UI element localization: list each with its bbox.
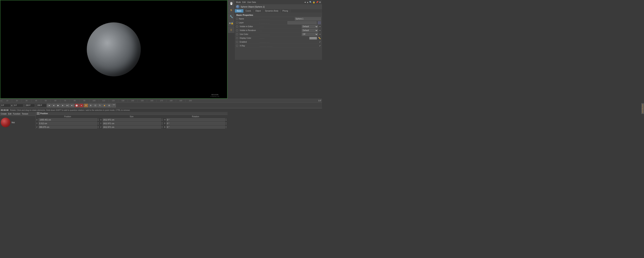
rot-b-dn[interactable]: ▼ xyxy=(226,127,227,128)
tl-mark-150: 150 xyxy=(137,100,147,102)
pos-y-up[interactable]: ▲ xyxy=(98,122,99,124)
display-color-dot[interactable] xyxy=(236,37,238,39)
visible-editor-dot[interactable] xyxy=(236,26,238,28)
play-btn[interactable]: ▶ xyxy=(56,104,60,108)
tl-mark-60: 60 xyxy=(50,100,60,102)
mode-menu[interactable]: Mode xyxy=(236,1,241,3)
pos-x-label: X xyxy=(36,119,38,121)
layer-input[interactable] xyxy=(288,21,317,24)
tab-phong[interactable]: Phong xyxy=(280,9,290,12)
use-color-select[interactable]: Off On Auto xyxy=(302,33,318,36)
pos-x-input[interactable] xyxy=(38,118,97,121)
properties-panel: Mode Edit User Data ◄ ▲ 🔍 🔒 📌 ⊞ xyxy=(235,0,322,60)
record-btn[interactable]: ● xyxy=(79,104,84,108)
visible-editor-select[interactable]: Default On Off xyxy=(302,25,318,28)
step-forward-btn[interactable]: ► xyxy=(61,104,65,108)
viewport[interactable]: MAXON CINEMA 4D xyxy=(0,0,228,99)
pos-z-up[interactable]: ▲ xyxy=(98,126,99,127)
coordinates-area: Position Position X ▲ ▼ xyxy=(36,112,228,129)
mat-create-btn[interactable]: Create xyxy=(1,113,6,115)
rotate-tool-btn[interactable]: ↻ xyxy=(98,104,102,108)
visible-renderer-select[interactable]: Default On Off xyxy=(302,29,318,32)
xray-dot[interactable] xyxy=(236,45,238,47)
display-color-edit-icon[interactable]: ✏️ xyxy=(318,37,321,39)
grid-lock-icon[interactable]: ⊞🔒 xyxy=(228,20,234,26)
keyframe-btn[interactable]: ◆ xyxy=(102,104,107,108)
script-icon[interactable]: {} xyxy=(228,26,234,33)
pos-x-up[interactable]: ▲ xyxy=(98,118,99,120)
mat-function-btn[interactable]: Function xyxy=(13,113,20,115)
size-y-up[interactable]: ▲ xyxy=(162,122,163,124)
size-y-input[interactable] xyxy=(102,122,161,125)
current-frame-field[interactable] xyxy=(0,104,10,107)
size-y-dn[interactable]: ▼ xyxy=(162,124,163,125)
rot-h-input[interactable] xyxy=(166,118,225,121)
move-tool-btn[interactable]: ⊕ xyxy=(88,104,93,108)
size-z-up[interactable]: ▲ xyxy=(162,126,163,127)
pos-z-dn[interactable]: ▼ xyxy=(98,127,99,128)
rot-h-dn[interactable]: ▼ xyxy=(226,120,227,121)
pos-y-input[interactable] xyxy=(38,122,97,125)
go-to-end-btn[interactable]: ►| xyxy=(65,104,70,108)
layer-color-button[interactable] xyxy=(318,21,321,24)
prop-lock-icon[interactable]: 🔒 xyxy=(312,1,315,4)
tab-basic[interactable]: Basic xyxy=(235,9,244,12)
tab-dynamics[interactable]: Dynamics Body xyxy=(263,9,280,12)
object-bar: Sphere Object [Sphere.1] xyxy=(235,4,322,9)
rot-p-input[interactable] xyxy=(166,122,225,125)
mat-edit-btn[interactable]: Edit xyxy=(8,113,12,115)
rot-h-up[interactable]: ▲ xyxy=(226,118,227,120)
rot-b-input[interactable] xyxy=(166,126,225,128)
rot-p-up[interactable]: ▲ xyxy=(226,122,227,124)
size-z-row: Z ▲ ▼ xyxy=(100,125,163,129)
record-active-btn[interactable]: ⬤ xyxy=(74,104,79,108)
user-data-menu[interactable]: User Data xyxy=(247,1,256,3)
start-frame-field[interactable] xyxy=(13,104,23,107)
go-to-last-btn[interactable]: ►| xyxy=(70,104,74,108)
pos-z-label: Z xyxy=(36,126,38,128)
size-z-input[interactable] xyxy=(102,126,161,128)
use-color-dot[interactable] xyxy=(236,33,238,35)
layout-btn[interactable]: ⊞ xyxy=(107,104,111,108)
rot-b-up[interactable]: ▲ xyxy=(226,126,227,127)
size-x-up[interactable]: ▲ xyxy=(162,118,163,120)
pos-y-label: Y xyxy=(36,122,38,124)
end-frame-field[interactable] xyxy=(25,104,35,107)
edit-menu[interactable]: Edit xyxy=(242,1,246,3)
size-x-label: X xyxy=(100,119,102,121)
xray-check: ✓ xyxy=(319,44,321,47)
go-to-start-btn[interactable]: |◄ xyxy=(47,104,51,108)
size-x-input[interactable] xyxy=(102,118,161,121)
preview-end-field[interactable] xyxy=(36,104,46,107)
prop-expand-icon[interactable]: ⊞ xyxy=(319,1,321,4)
tab-coord[interactable]: Coord. xyxy=(244,9,253,12)
auto-key-btn[interactable]: A xyxy=(84,104,88,108)
name-input[interactable] xyxy=(295,17,321,20)
tl-mark-160: 160 xyxy=(147,100,156,102)
rot-p-dn[interactable]: ▼ xyxy=(226,124,227,125)
display-color-swatch[interactable] xyxy=(309,37,317,40)
prop-arrow-up-icon[interactable]: ▲ xyxy=(306,1,309,4)
size-x-dn[interactable]: ▼ xyxy=(162,120,163,121)
enabled-check: ✓ xyxy=(319,41,321,43)
prop-search-icon[interactable]: 🔍 xyxy=(309,1,312,4)
mat-texture-btn[interactable]: Texture xyxy=(22,113,28,115)
material-preview[interactable] xyxy=(1,118,10,127)
mouse-tool-icon[interactable]: 🖱️ xyxy=(228,0,234,6)
render-btn[interactable]: 🎬 xyxy=(112,104,116,108)
snap-icon[interactable]: S xyxy=(228,7,234,13)
visible-renderer-dot[interactable] xyxy=(236,29,238,32)
scale-tool-btn[interactable]: ⊡ xyxy=(93,104,97,108)
pos-x-dn[interactable]: ▼ xyxy=(98,120,99,121)
magnet-icon[interactable]: 🔧 xyxy=(228,14,234,20)
prop-arrow-left-icon[interactable]: ◄ xyxy=(304,1,306,4)
material-toolbar: Create Edit Function Texture xyxy=(0,112,36,116)
size-z-dn[interactable]: ▼ xyxy=(162,127,163,128)
enabled-dot[interactable] xyxy=(236,41,238,43)
prop-pin-icon[interactable]: 📌 xyxy=(316,1,318,4)
tab-object[interactable]: Object xyxy=(253,9,263,12)
pos-y-dn[interactable]: ▼ xyxy=(98,124,99,125)
step-back-btn[interactable]: ◄ xyxy=(52,104,56,108)
pos-z-row: Z ▲ ▼ xyxy=(36,125,99,129)
pos-z-input[interactable] xyxy=(38,126,97,128)
